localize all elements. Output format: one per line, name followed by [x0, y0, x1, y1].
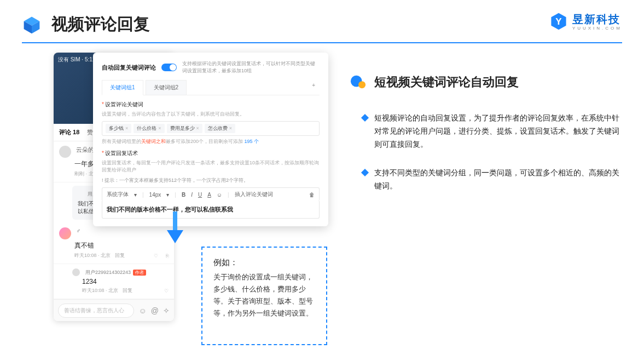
at-icon[interactable]: @: [151, 306, 159, 315]
keyword-quota-note: 所有关键词组里的关键词之和最多可添加200个，目前剩余可添加 195 个: [102, 138, 320, 145]
keyword-chips[interactable]: 多少钱× 什么价格× 费用是多少× 怎么收费×: [102, 121, 320, 136]
auto-reply-desc: 支持根据评论的关键词设置回复话术，可以针对不同类型关键词设置回复话术，最多添加1…: [182, 60, 320, 75]
brand: Y 昱新科技 YUUXIN.COM: [549, 12, 622, 31]
brand-name: 昱新科技: [572, 12, 622, 27]
auto-reply-toggle[interactable]: [161, 64, 177, 71]
remove-chip-icon[interactable]: ×: [229, 125, 232, 131]
arrow-down-icon: [167, 211, 183, 244]
comment-2: ♂ 真不错 昨天10:08 · 北京回复♡⎘: [54, 223, 174, 264]
insert-keyword-button[interactable]: 插入评论关键词: [235, 191, 273, 198]
remove-chip-icon[interactable]: ×: [158, 125, 161, 131]
reply-editor[interactable]: 我们不同的版本价格不一样，您可以私信联系我: [102, 201, 320, 219]
bullet-2: 支持不同类型的关键词分组，同一类问题，可设置多个相近的、高频的关键词。: [362, 166, 623, 192]
keyword-chip[interactable]: 什么价格×: [134, 124, 164, 133]
page-title: 视频评论回复: [51, 13, 150, 36]
diamond-bullet-icon: [361, 169, 369, 176]
example-head: 例如：: [213, 258, 315, 268]
dislike-icon[interactable]: ⎘: [166, 253, 169, 259]
svg-point-8: [358, 81, 365, 88]
settings-panel: 自动回复关键词评论 支持根据评论的关键词设置回复话术，可以针对不同类型关键词设置…: [93, 53, 328, 226]
avatar: [72, 268, 80, 276]
remove-chip-icon[interactable]: ×: [196, 125, 199, 131]
tab-comments[interactable]: 评论 18: [59, 128, 79, 136]
italic-icon[interactable]: I: [191, 192, 193, 198]
keyword-section-desc: 设置关键词，当评论内容包含了以下关键词，则系统可自动回复。: [102, 111, 320, 118]
char-limit-tip: ! 提示：一个富文本框最多支持512个字符，一个汉字占用2个字符。: [102, 177, 320, 184]
heart-icon[interactable]: ♡: [154, 253, 158, 259]
comment-3: 用户2299214302243作者 1234 昨天10:08 · 北京回复♡: [54, 264, 174, 299]
remove-chip-icon[interactable]: ×: [125, 125, 128, 131]
size-select[interactable]: 14px: [149, 192, 161, 198]
avatar: [59, 227, 71, 239]
keyword-group-tab-2[interactable]: 关键词组2: [146, 80, 187, 95]
delete-icon[interactable]: 🗑: [309, 192, 315, 198]
svg-marker-6: [167, 230, 183, 243]
reply-section-desc: 设置回复话术，每回复一个用户评论只发送一条话术，最多支持设置10条不同话术，按添…: [102, 159, 320, 174]
brand-icon: Y: [549, 12, 568, 31]
gift-icon[interactable]: ✧: [163, 306, 170, 315]
bold-icon[interactable]: B: [182, 192, 185, 198]
keyword-group-tab-1[interactable]: 关键词组1: [102, 80, 143, 95]
comment-input-bar: 善语结善缘，恶言伤人心 ☺ @ ✧: [54, 299, 174, 321]
example-body: 关于询价的设置成一组关键词，多少钱、什么价格，费用多少等。关于咨询班型、版本、型…: [213, 271, 315, 319]
color-icon[interactable]: A: [207, 192, 211, 198]
avatar: [59, 146, 71, 158]
divider: [22, 42, 622, 43]
keyword-chip[interactable]: 费用是多少×: [167, 124, 202, 133]
emoji-icon[interactable]: ☺: [138, 306, 146, 315]
section-title: 短视频关键词评论自动回复: [374, 74, 519, 90]
emoji-icon[interactable]: ☺: [217, 192, 222, 198]
example-box: 例如： 关于询价的设置成一组关键词，多少钱、什么价格，费用多少等。关于咨询班型、…: [201, 247, 327, 345]
keyword-chip[interactable]: 多少钱×: [106, 124, 131, 133]
diamond-bullet-icon: [361, 114, 369, 122]
heart-icon[interactable]: ♡: [164, 288, 169, 294]
underline-icon[interactable]: U: [198, 192, 202, 198]
svg-rect-5: [173, 211, 177, 231]
comment-input[interactable]: 善语结善缘，恶言伤人心: [58, 304, 134, 318]
auto-reply-label: 自动回复关键词评论: [102, 64, 156, 72]
editor-toolbar: 系统字体▾| 14px▾| B I U A ☺ | 插入评论关键词 🗑: [102, 187, 320, 201]
brand-sub: YUUXIN.COM: [572, 26, 622, 31]
font-select[interactable]: 系统字体: [107, 191, 129, 198]
keyword-section-label: 设置评论关键词: [105, 101, 143, 107]
reply-section-label: 设置回复话术: [105, 150, 138, 156]
avatar: [78, 190, 85, 198]
bullet-1: 短视频评论的自动回复设置，为了提升作者的评论回复效率，在系统中针对常见的评论用户…: [362, 111, 623, 151]
svg-text:Y: Y: [555, 16, 562, 27]
cube-icon: [22, 15, 42, 35]
add-group-button[interactable]: +: [308, 80, 320, 95]
keyword-chip[interactable]: 怎么收费×: [205, 124, 235, 133]
chat-bubble-icon: [350, 74, 367, 90]
